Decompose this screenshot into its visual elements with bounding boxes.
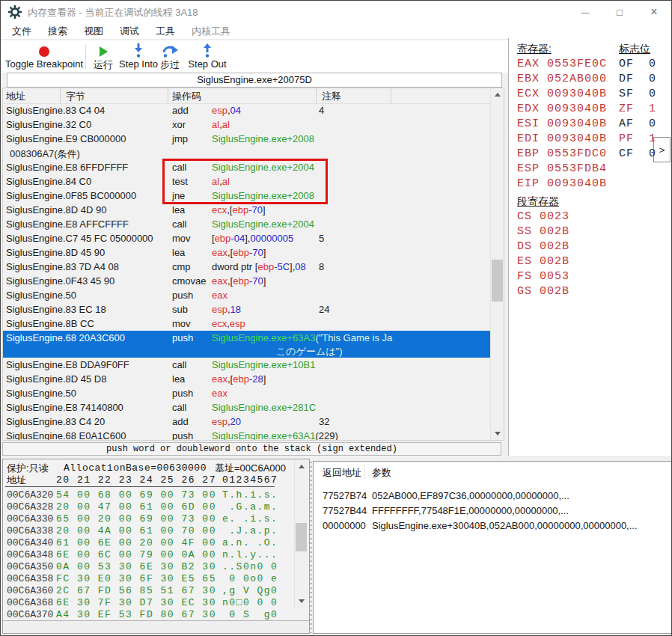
disasm-row[interactable]: SiglusEngine.8B CCmovecx,esp [3, 317, 491, 331]
register-row-edx[interactable]: EDX 0093040B [517, 103, 607, 115]
flag-row-sf[interactable]: SF 0 [619, 88, 656, 100]
hex-row[interactable]: 00C6A3500A 00 53 30 6E 30 B2 30..S0n0 0 [3, 561, 309, 573]
disasm-row[interactable]: SiglusEngine.8D 45 D8leaeax,[ebp-28] [3, 372, 491, 386]
hex-row[interactable]: 00C6A370A4 30 EF 53 FD 80 67 30 0 S g0 [3, 609, 309, 621]
column-header-bytes[interactable]: 字节 [66, 90, 85, 103]
hex-bytes: FC 30 E0 30 6F 30 E5 65 [56, 573, 216, 584]
scroll-down-button[interactable] [295, 595, 308, 608]
disasm-row[interactable]: SiglusEngine.68 E0A1C600pushSiglusEngine… [3, 429, 491, 440]
disasm-row[interactable]: SiglusEngine.83 7D A4 08cmpdword ptr [eb… [3, 260, 491, 274]
register-row-esi[interactable]: ESI 0093040B [517, 117, 607, 130]
register-row-eip[interactable]: EIP 0093040B [517, 177, 607, 190]
segment-row-ss[interactable]: SS 002B [517, 225, 569, 238]
disasm-row[interactable]: SiglusEngine.E8 DDA9F0FFcallSiglusEngine… [3, 358, 491, 372]
register-row-ebx[interactable]: EBX 052AB000 [517, 73, 607, 85]
flag-row-of[interactable]: OF 0 [619, 58, 656, 70]
segment-row-es[interactable]: ES 002B [517, 255, 569, 268]
disasm-row[interactable]: SiglusEngine.E8 74140800callSiglusEngine… [3, 400, 491, 415]
menu-view[interactable]: 视图 [76, 23, 112, 39]
flag-row-cf[interactable]: CF 0 [619, 147, 656, 160]
column-divider [60, 88, 61, 103]
hex-row[interactable]: 00C6A3486E 00 6C 00 79 00 0A 00n.l.y... [3, 549, 309, 561]
segment-row-ds[interactable]: DS 002B [517, 240, 569, 253]
scroll-up-button[interactable] [491, 88, 504, 101]
step-into-button[interactable]: Step Into [119, 43, 158, 71]
disasm-row[interactable]: SiglusEngine.83 EC 18subesp,1824 [3, 302, 491, 317]
disasm-row[interactable]: SiglusEngine.50pusheax [3, 386, 491, 400]
hex-row[interactable]: 00C6A358FC 30 E0 30 6F 30 E5 65 0 0o0 e [3, 573, 309, 585]
disasm-row[interactable]: SiglusEngine.0F43 45 90cmovaeeax,[ebp-70… [3, 274, 491, 288]
menu-tools[interactable]: 工具 [147, 23, 183, 39]
hex-row[interactable]: 00C6A34061 00 6E 00 20 00 4F 00a.n. .O. [3, 537, 309, 549]
toggle-breakpoint-button[interactable]: Toggle Breakpoint [2, 43, 86, 71]
menu-search[interactable]: 搜索 [40, 23, 76, 39]
hex-bytes: 0A 00 53 30 6E 30 B2 30 [56, 561, 216, 572]
disasm-row[interactable]: SiglusEngine.50pusheax [3, 288, 491, 302]
disassembly-scrollbar[interactable] [490, 88, 504, 440]
disasm-row[interactable]: SiglusEngine.E9 CB000000jmpSiglusEngine.… [3, 132, 491, 146]
column-header-comment[interactable]: 注释 [322, 90, 341, 103]
register-row-esp[interactable]: ESP 0553FDB4 [517, 162, 607, 175]
run-button[interactable]: 运行 [87, 43, 120, 71]
flag-row-af[interactable]: AF 0 [619, 117, 656, 130]
column-header-address[interactable]: 地址 [6, 90, 25, 103]
disasm-row[interactable]: SiglusEngine.84 C0testal,al [3, 174, 491, 189]
register-row-eax[interactable]: EAX 0553FE0C [517, 58, 607, 70]
disasm-row-selected[interactable]: SiglusEngine.68 20A3C600pushSiglusEngine… [3, 331, 491, 358]
hex-row[interactable]: 00C6A32054 00 68 00 69 00 73 00T.h.i.s. [3, 489, 309, 501]
menu-debug[interactable]: 调试 [112, 23, 147, 39]
scroll-up-button[interactable] [295, 460, 308, 473]
close-button[interactable]: × [637, 1, 671, 23]
column-divider [316, 88, 317, 103]
disasm-address: SiglusEngine.84 C0 [6, 176, 91, 187]
scroll-down-button[interactable] [491, 427, 504, 440]
flag-row-df[interactable]: DF 0 [619, 73, 656, 85]
hex-row[interactable]: 00C6A32820 00 47 00 61 00 6D 00 .G.a.m. [3, 501, 309, 513]
stack-row[interactable]: 77527B44FFFFFFFF,77548F1E,00000000,00000… [314, 505, 671, 520]
stack-row[interactable]: 77527B74052AB000,EF897C36,00000000,00000… [314, 490, 671, 505]
column-header-opcode[interactable]: 操作码 [172, 90, 201, 103]
hex-row[interactable]: 00C6A3602C 67 FD 56 85 51 67 30,g V Qg0 [3, 585, 309, 597]
hex-row[interactable]: 00C6A3686E 30 7F 30 D7 30 EC 30n0□0 0 0 [3, 597, 309, 609]
disasm-mnemonic: push [172, 290, 193, 301]
stack-row[interactable]: 00000000SiglusEngine.exe+30040B,052AB000… [314, 520, 671, 535]
disasm-row[interactable]: SiglusEngine.E8 6FFDFFFFcallSiglusEngine… [3, 160, 491, 174]
menu-file[interactable]: 文件 [4, 23, 40, 39]
hex-row[interactable]: 00C6A33820 00 4A 00 61 00 70 00 .J.a.p. [3, 525, 309, 537]
maximize-button[interactable]: □ [602, 1, 637, 23]
step-over-button[interactable]: 步过 [159, 43, 181, 71]
panel-splitter[interactable] [310, 462, 312, 633]
register-row-ebp[interactable]: EBP 0553FDC0 [517, 147, 607, 160]
column-header-parameters[interactable]: 参数 [372, 466, 391, 480]
segment-row-fs[interactable]: FS 0053 [517, 270, 569, 283]
disasm-row[interactable]: 008306A7(条件) [3, 146, 491, 160]
disasm-row[interactable]: SiglusEngine.C7 45 FC 05000000mov[ebp-04… [3, 231, 491, 245]
flag-row-pf[interactable]: PF 1 [619, 132, 656, 145]
scrollbar-thumb[interactable] [296, 523, 307, 551]
menu-kernel-tools[interactable]: 内核工具 [183, 23, 239, 39]
disassembly-rows: SiglusEngine.83 C4 04addesp,044SiglusEng… [3, 103, 491, 440]
column-header-return-address[interactable]: 返回地址 [323, 466, 361, 480]
run-icon [87, 43, 120, 58]
disasm-row[interactable]: SiglusEngine.0F85 BC000000jneSiglusEngin… [3, 189, 491, 203]
step-out-button[interactable]: Step Out [186, 43, 229, 71]
disasm-row[interactable]: SiglusEngine.8D 4D 90leaecx,[ebp-70] [3, 203, 491, 217]
disasm-row[interactable]: SiglusEngine.8D 45 90leaeax,[ebp-70] [3, 245, 491, 260]
minimize-button[interactable]: — [568, 1, 602, 23]
flag-row-zf[interactable]: ZF 1 [619, 103, 656, 115]
parameters: 052AB000,EF897C36,00000000,00000000,... [372, 490, 569, 501]
hex-row[interactable]: 00C6A33065 00 20 00 69 00 73 00e. .i.s. [3, 513, 309, 525]
register-row-ecx[interactable]: ECX 0093040B [517, 88, 607, 100]
hex-bytes: 20 00 4A 00 61 00 70 00 [56, 525, 216, 536]
disasm-row[interactable]: SiglusEngine.83 C4 04addesp,044 [3, 103, 491, 117]
disasm-row[interactable]: SiglusEngine.32 C0xoral,al [3, 117, 491, 132]
register-row-edi[interactable]: EDI 0093040B [517, 132, 607, 145]
hex-scrollbar[interactable] [294, 460, 308, 608]
scrollbar-thumb[interactable] [492, 260, 503, 302]
disasm-row[interactable]: SiglusEngine.E8 AFFCFFFFcallSiglusEngine… [3, 217, 491, 231]
segment-row-gs[interactable]: GS 002B [517, 285, 569, 298]
address-input[interactable]: SiglusEngine.exe+20075D [7, 73, 502, 88]
disasm-row[interactable]: SiglusEngine.83 C4 20addesp,2032 [3, 415, 491, 429]
disasm-operands: SiglusEngine.exe+2008 [212, 133, 314, 144]
segment-row-cs[interactable]: CS 0023 [517, 210, 569, 223]
